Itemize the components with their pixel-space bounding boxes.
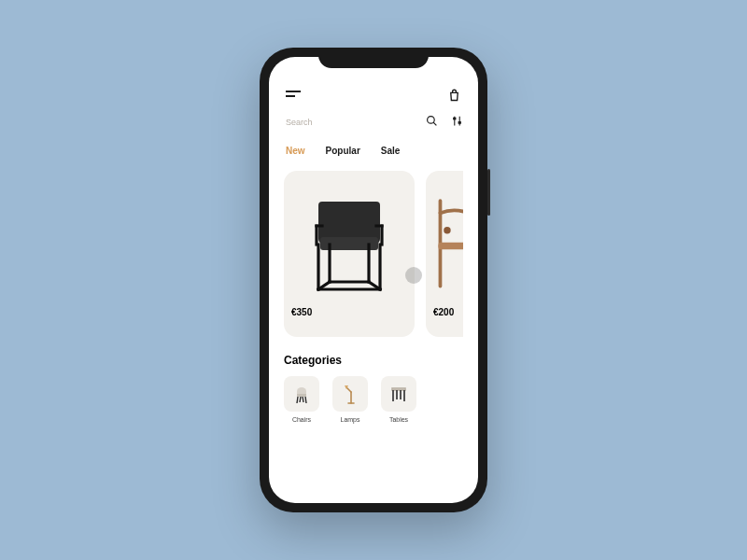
svg-line-3 <box>433 122 436 125</box>
categories-heading: Categories <box>284 354 463 367</box>
category-label: Chairs <box>292 416 311 423</box>
svg-line-29 <box>300 397 301 402</box>
filter-icon[interactable] <box>451 114 463 131</box>
category-list: Chairs Lamps <box>284 376 463 423</box>
category-label: Lamps <box>340 416 359 423</box>
menu-icon[interactable] <box>286 91 303 102</box>
svg-line-27 <box>297 397 298 403</box>
product-image <box>291 180 407 301</box>
product-carousel[interactable]: €350 <box>284 171 463 337</box>
top-bar <box>284 85 463 112</box>
svg-line-28 <box>305 397 306 403</box>
product-card[interactable]: €200 <box>426 171 463 337</box>
search-box[interactable] <box>284 112 440 133</box>
lamp-icon <box>332 376 368 412</box>
filter-tabs: New Popular Sale <box>284 146 463 156</box>
svg-rect-7 <box>458 122 460 124</box>
search-row <box>284 112 463 133</box>
svg-line-30 <box>303 397 303 402</box>
tab-sale[interactable]: Sale <box>381 146 401 156</box>
category-chairs[interactable]: Chairs <box>284 376 319 423</box>
phone-notch <box>318 48 429 68</box>
svg-point-25 <box>444 227 450 233</box>
svg-rect-26 <box>297 394 306 397</box>
phone-frame: New Popular Sale <box>260 48 487 512</box>
tab-popular[interactable]: Popular <box>326 146 360 156</box>
chair-icon <box>284 376 319 412</box>
svg-rect-6 <box>454 118 456 119</box>
search-icon[interactable] <box>426 114 438 131</box>
search-input[interactable] <box>286 118 379 127</box>
carousel-indicator <box>405 267 422 284</box>
svg-point-2 <box>428 117 435 124</box>
category-label: Tables <box>389 416 408 423</box>
product-image <box>433 180 463 301</box>
product-card[interactable]: €350 <box>284 171 415 337</box>
tab-new[interactable]: New <box>286 146 305 156</box>
app-screen: New Popular Sale <box>269 57 478 503</box>
svg-rect-34 <box>392 388 405 390</box>
product-price: €200 <box>433 307 463 317</box>
table-icon <box>381 376 416 412</box>
category-tables[interactable]: Tables <box>381 376 416 423</box>
category-lamps[interactable]: Lamps <box>332 376 368 423</box>
shopping-bag-icon[interactable] <box>447 89 461 103</box>
product-price: €350 <box>291 307 407 317</box>
svg-line-33 <box>346 387 351 392</box>
svg-rect-24 <box>439 243 463 249</box>
